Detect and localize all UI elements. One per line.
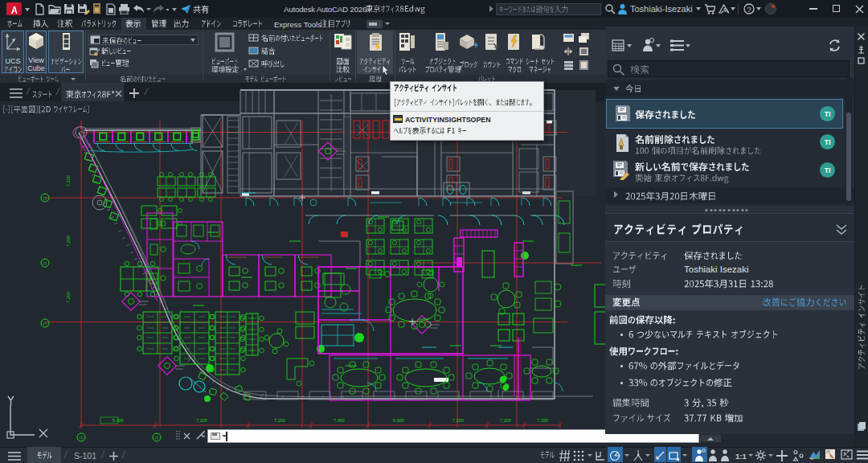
svg-text:7,200: 7,200 [500,418,511,423]
svg-text:7,400: 7,400 [334,418,345,423]
svg-text:(7): (7) [155,436,160,440]
svg-text:7,200: 7,200 [452,418,464,423]
svg-text:#: # [98,47,100,52]
svg-text:?: ? [747,6,751,14]
svg-text:(7): (7) [43,322,48,326]
svg-text:(7): (7) [80,436,84,440]
svg-text:7,200: 7,200 [66,175,71,186]
svg-text:(7): (7) [43,261,48,265]
svg-text:7,200: 7,200 [66,292,71,303]
svg-text:7,200: 7,200 [196,418,207,423]
svg-text:7,100: 7,100 [537,418,548,423]
svg-text:7,200: 7,200 [274,418,285,423]
svg-text:(7): (7) [43,196,48,200]
svg-text:7,200: 7,200 [66,236,71,247]
svg-text:6,600: 6,600 [393,418,404,423]
